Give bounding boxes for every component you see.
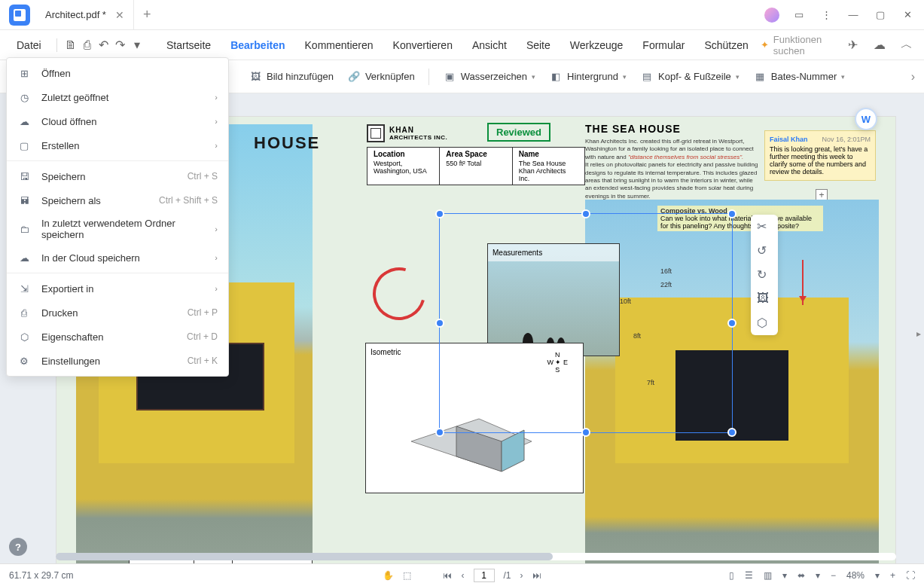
export-icon: ⇲ <box>17 282 31 295</box>
chevron-right-icon: › <box>215 93 218 102</box>
menu-open[interactable]: ⊞Öffnen <box>7 61 228 85</box>
menu-schuetzen[interactable]: Schützen <box>697 35 755 56</box>
sparkle-icon: ✦ <box>761 39 769 50</box>
comment-text: This is looking great, let's have a furt… <box>770 145 871 175</box>
replace-image-icon[interactable]: 🖼 <box>757 291 772 307</box>
folder-icon: 🗀 <box>17 222 31 236</box>
tool-link[interactable]: 🔗 Verknüpfen <box>347 70 415 84</box>
menu-settings[interactable]: ⚙EinstellungenCtrl + K <box>7 349 228 373</box>
menu-startseite[interactable]: Startseite <box>159 35 218 56</box>
menu-bearbeiten[interactable]: Bearbeiten <box>223 35 292 56</box>
menu-konvertieren[interactable]: Konvertieren <box>386 35 460 56</box>
zoom-dropdown-icon[interactable]: ▾ <box>875 570 880 581</box>
expand-sidebar-icon[interactable]: ▸ <box>916 328 921 339</box>
resize-handle-w[interactable] <box>435 319 444 328</box>
tool-background-label: Hintergrund <box>567 71 618 82</box>
minimize-button[interactable]: — <box>846 8 861 23</box>
app-icon[interactable] <box>9 5 30 26</box>
menu-print[interactable]: ⎙DruckenCtrl + P <box>7 301 228 325</box>
avatar[interactable] <box>764 8 779 23</box>
create-icon: ▢ <box>17 139 31 152</box>
hand-tool-icon[interactable]: ✋ <box>383 570 394 581</box>
menu-save-as[interactable]: 🖬Speichern alsCtrl + Shift + S <box>7 188 228 212</box>
menu-save[interactable]: 🖫SpeichernCtrl + S <box>7 164 228 188</box>
send-icon[interactable]: ✈ <box>844 37 861 53</box>
resize-handle-nw[interactable] <box>435 209 444 218</box>
rotate-left-icon[interactable]: ↺ <box>757 243 772 258</box>
toolbar-more-icon[interactable]: › <box>911 70 915 84</box>
more-icon[interactable]: ⋮ <box>819 8 834 23</box>
menu-ansicht[interactable]: Ansicht <box>465 35 514 56</box>
maximize-button[interactable]: ▢ <box>873 8 888 23</box>
chevron-down-icon: ▾ <box>623 73 627 81</box>
rotate-right-icon[interactable]: ↻ <box>757 267 772 282</box>
save-icon[interactable]: 🗎 <box>64 37 76 53</box>
zoom-in-icon[interactable]: + <box>890 570 895 581</box>
search-functions[interactable]: ✦ Funktionen suchen <box>761 34 831 56</box>
redo-icon[interactable]: ↷ <box>114 37 127 53</box>
print-icon[interactable]: ⎙ <box>81 37 93 53</box>
chat-icon[interactable]: ▭ <box>791 8 807 23</box>
sea-house-title: THE SEA HOUSE <box>585 123 681 135</box>
menu-formular[interactable]: Formular <box>635 35 692 56</box>
menu-file[interactable]: Datei <box>9 35 49 56</box>
horizontal-scrollbar[interactable] <box>56 553 896 560</box>
cloud-icon: ☁ <box>17 114 31 128</box>
scrollbar-thumb[interactable] <box>56 553 553 560</box>
zoom-level: 48% <box>846 570 865 581</box>
menu-create[interactable]: ▢Erstellen› <box>7 133 228 157</box>
tool-add-image-label: Bild hinzufügen <box>267 71 334 82</box>
undo-icon[interactable]: ↶ <box>98 37 110 53</box>
fit-width-icon[interactable]: ⬌ <box>797 570 805 581</box>
collapse-ribbon-icon[interactable]: ︿ <box>898 37 915 53</box>
close-window-button[interactable]: ✕ <box>900 8 915 23</box>
save-icon: 🖫 <box>17 169 31 183</box>
menu-recent[interactable]: ◷Zuletzt geöffnet› <box>7 85 228 109</box>
cloud-upload-icon[interactable]: ☁ <box>871 37 888 53</box>
settings-icon: ⚙ <box>17 354 31 368</box>
open-icon: ⊞ <box>17 66 31 80</box>
menu-seite[interactable]: Seite <box>519 35 558 56</box>
titlebar: Architect.pdf * ✕ + ▭ ⋮ — ▢ ✕ <box>0 0 924 30</box>
properties-icon: ⬡ <box>17 330 31 343</box>
extract-icon[interactable]: ⬡ <box>757 316 772 331</box>
comment-note[interactable]: Faisal Khan Nov 16, 2:01PM This is looki… <box>764 130 876 181</box>
crop-icon[interactable]: ✂ <box>757 219 772 234</box>
tool-bates[interactable]: ▦ Bates-Nummer ▾ <box>753 70 845 84</box>
help-button[interactable]: ? <box>9 538 27 556</box>
view-dropdown-icon[interactable]: ▾ <box>816 570 820 581</box>
menu-kommentieren[interactable]: Kommentieren <box>297 35 381 56</box>
select-tool-icon[interactable]: ⬚ <box>403 570 411 581</box>
menu-save-recent-folder[interactable]: 🗀In zuletzt verwendetem Ordner speichern… <box>7 212 228 246</box>
menu-cloud-open[interactable]: ☁Cloud öffnen› <box>7 109 228 133</box>
view-continuous-icon[interactable]: ☰ <box>745 570 753 581</box>
menu-save-cloud[interactable]: ☁In der Cloud speichern› <box>7 246 228 270</box>
view-facing-icon[interactable]: ▥ <box>764 570 772 581</box>
tab-document[interactable]: Architect.pdf * ✕ <box>36 0 134 29</box>
first-page-icon[interactable]: ⏮ <box>443 570 452 581</box>
zoom-out-icon[interactable]: − <box>831 570 836 581</box>
isometric-panel: Isometric N W ✦ E S <box>365 343 584 493</box>
view-single-icon[interactable]: ▯ <box>729 570 734 581</box>
add-tab-button[interactable]: + <box>134 7 160 23</box>
view-mode-dropdown-icon[interactable]: ▾ <box>782 570 787 581</box>
qat-dropdown-icon[interactable]: ▾ <box>131 37 143 53</box>
tool-header-footer[interactable]: ▤ Kopf- & Fußzeile ▾ <box>640 70 740 84</box>
page-input[interactable] <box>473 569 494 582</box>
menu-export[interactable]: ⇲Exportiert in› <box>7 276 228 301</box>
sea-house-desc: Khan Architects Inc. created this off-gr… <box>585 138 758 200</box>
watermark-icon: ▣ <box>443 70 456 84</box>
last-page-icon[interactable]: ⏭ <box>532 570 541 581</box>
save-as-icon: 🖬 <box>17 194 31 207</box>
prev-page-icon[interactable]: ‹ <box>461 570 464 581</box>
close-tab-icon[interactable]: ✕ <box>115 9 124 21</box>
tool-watermark[interactable]: ▣ Wasserzeichen ▾ <box>443 70 535 84</box>
tool-add-image[interactable]: 🖼 Bild hinzufügen <box>249 70 334 84</box>
tool-background[interactable]: ◧ Hintergrund ▾ <box>549 70 627 84</box>
page-total: /1 <box>503 570 511 581</box>
fullscreen-icon[interactable]: ⛶ <box>906 570 915 581</box>
menu-werkzeuge[interactable]: Werkzeuge <box>563 35 631 56</box>
menu-properties[interactable]: ⬡EigenschaftenCtrl + D <box>7 325 228 349</box>
word-export-badge[interactable]: W <box>855 108 877 130</box>
next-page-icon[interactable]: › <box>520 570 523 581</box>
